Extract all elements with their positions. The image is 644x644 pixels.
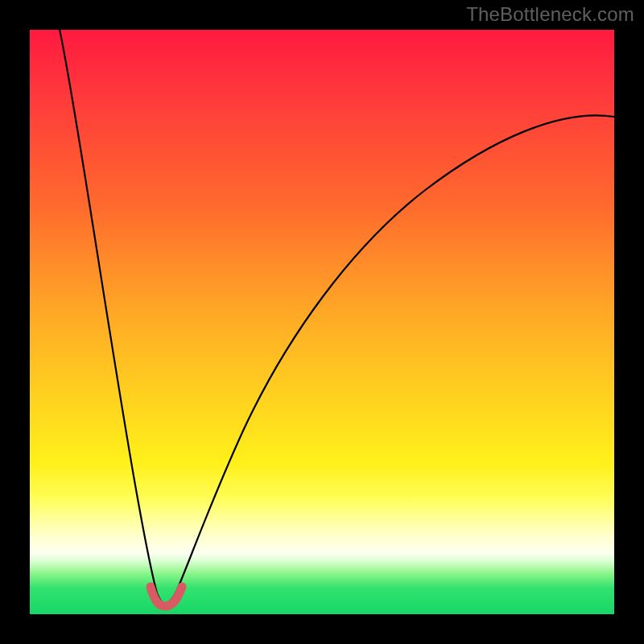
bottleneck-curve bbox=[30, 30, 614, 614]
chart-frame: TheBottleneck.com bbox=[0, 0, 644, 644]
valley-highlight bbox=[151, 587, 182, 606]
watermark-label: TheBottleneck.com bbox=[466, 3, 634, 26]
curve-right-branch bbox=[165, 115, 614, 604]
curve-left-branch bbox=[60, 30, 165, 604]
plot-area bbox=[30, 30, 614, 614]
